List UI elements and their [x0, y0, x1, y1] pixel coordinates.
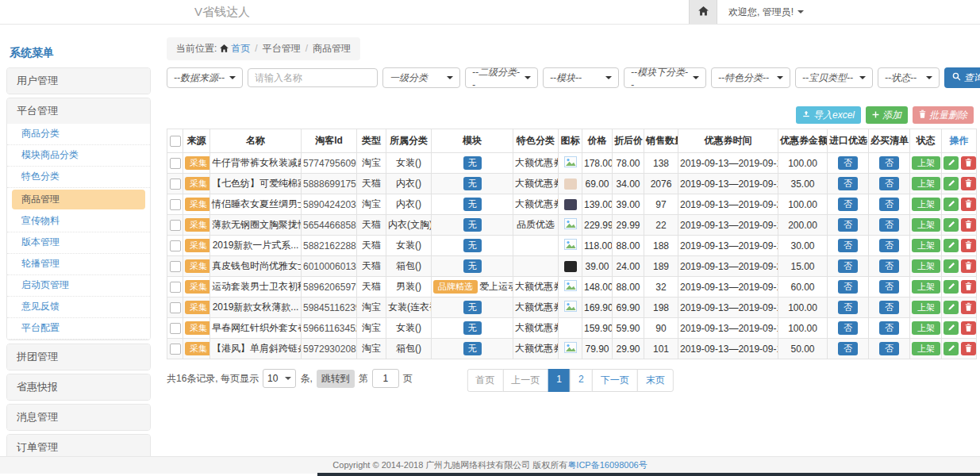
import-select-toggle[interactable]: 否 — [838, 239, 858, 252]
edit-button[interactable] — [943, 177, 959, 190]
row-checkbox[interactable] — [170, 220, 181, 231]
edit-button[interactable] — [943, 259, 959, 273]
filter-status-select[interactable]: --状态-- — [878, 67, 940, 88]
pager-1[interactable]: 1 — [548, 369, 571, 392]
status-toggle[interactable]: 上架 — [912, 280, 940, 294]
row-checkbox[interactable] — [170, 344, 181, 355]
per-page-select[interactable]: 10 — [263, 369, 296, 388]
must-buy-toggle[interactable]: 否 — [879, 198, 899, 211]
status-toggle[interactable]: 上架 — [912, 156, 940, 170]
import-select-toggle[interactable]: 否 — [838, 177, 858, 190]
import-excel-button[interactable]: 导入excel — [796, 106, 861, 124]
row-checkbox[interactable] — [170, 302, 181, 313]
filter-module-sub-select[interactable]: --模块下分类-- — [624, 67, 706, 88]
delete-button[interactable] — [961, 301, 976, 314]
batch-delete-button[interactable]: 批量删除 — [913, 106, 974, 124]
pager-下一页[interactable]: 下一页 — [592, 369, 638, 392]
delete-button[interactable] — [961, 280, 976, 294]
pager-首页[interactable]: 首页 — [467, 369, 503, 392]
delete-button[interactable] — [961, 259, 976, 273]
filter-level2-select[interactable]: --二级分类-- — [465, 67, 538, 88]
sidebar-item-平台配置[interactable]: 平台配置 — [7, 318, 150, 340]
delete-button[interactable] — [961, 177, 976, 190]
sidebar-item-模块商品分类[interactable]: 模块商品分类 — [7, 145, 150, 167]
row-checkbox[interactable] — [170, 261, 181, 272]
sidebar-group-拼团管理[interactable]: 拼团管理 — [7, 344, 150, 370]
edit-button[interactable] — [943, 321, 959, 335]
must-buy-toggle[interactable]: 否 — [879, 259, 899, 273]
status-toggle[interactable]: 上架 — [912, 239, 940, 252]
import-select-toggle[interactable]: 否 — [838, 280, 858, 294]
edit-button[interactable] — [943, 198, 959, 211]
import-select-toggle[interactable]: 否 — [838, 321, 858, 335]
icp-link[interactable]: 粤ICP备16098006号 — [567, 460, 647, 470]
pager-上一页[interactable]: 上一页 — [502, 369, 548, 392]
sidebar-item-版本管理[interactable]: 版本管理 — [7, 232, 150, 254]
edit-button[interactable] — [943, 301, 959, 314]
row-checkbox[interactable] — [170, 158, 181, 169]
status-toggle[interactable]: 上架 — [912, 177, 940, 190]
delete-button[interactable] — [961, 156, 976, 170]
status-toggle[interactable]: 上架 — [912, 198, 940, 211]
sidebar-item-宣传物料[interactable]: 宣传物料 — [7, 211, 150, 232]
sidebar-item-意见反馈[interactable]: 意见反馈 — [7, 297, 150, 318]
delete-button[interactable] — [961, 342, 976, 355]
import-select-toggle[interactable]: 否 — [838, 198, 858, 211]
jump-button[interactable]: 跳转到 — [317, 370, 355, 388]
breadcrumb-home-link[interactable]: 首页 — [231, 43, 250, 54]
search-button[interactable]: 查询 — [944, 67, 980, 88]
must-buy-toggle[interactable]: 否 — [879, 342, 899, 355]
user-menu[interactable]: 欢迎您, 管理员! — [728, 6, 804, 19]
import-select-toggle[interactable]: 否 — [838, 156, 858, 170]
sidebar-item-商品分类[interactable]: 商品分类 — [7, 124, 150, 145]
status-toggle[interactable]: 上架 — [912, 259, 940, 273]
import-select-toggle[interactable]: 否 — [838, 301, 858, 314]
pager-末页[interactable]: 末页 — [637, 369, 674, 392]
filter-module-select[interactable]: --模块-- — [543, 67, 619, 88]
filter-source-select[interactable]: --数据来源-- — [167, 67, 243, 88]
select-all-checkbox[interactable] — [170, 136, 181, 147]
delete-button[interactable] — [961, 198, 976, 211]
delete-button[interactable] — [961, 239, 976, 252]
filter-feature-select[interactable]: --特色分类-- — [711, 67, 790, 88]
row-checkbox[interactable] — [170, 178, 181, 190]
edit-button[interactable] — [943, 239, 959, 252]
must-buy-toggle[interactable]: 否 — [879, 239, 899, 252]
sidebar-group-用户管理[interactable]: 用户管理 — [7, 68, 150, 94]
must-buy-toggle[interactable]: 否 — [879, 218, 899, 232]
row-checkbox[interactable] — [170, 199, 181, 210]
add-button[interactable]: 添加 — [866, 106, 908, 124]
status-toggle[interactable]: 上架 — [912, 301, 940, 314]
sidebar-item-轮播管理[interactable]: 轮播管理 — [7, 254, 150, 275]
must-buy-toggle[interactable]: 否 — [879, 156, 899, 170]
row-checkbox[interactable] — [170, 323, 181, 334]
row-checkbox[interactable] — [170, 282, 181, 293]
sidebar-item-商品管理[interactable]: 商品管理 — [12, 190, 145, 209]
sidebar-item-特色分类[interactable]: 特色分类 — [7, 167, 150, 188]
must-buy-toggle[interactable]: 否 — [879, 280, 899, 294]
status-toggle[interactable]: 上架 — [912, 321, 940, 335]
sidebar-group-消息管理[interactable]: 消息管理 — [7, 405, 150, 430]
home-button[interactable] — [689, 0, 717, 24]
import-select-toggle[interactable]: 否 — [838, 259, 858, 273]
delete-button[interactable] — [961, 218, 976, 232]
must-buy-toggle[interactable]: 否 — [879, 321, 899, 335]
delete-button[interactable] — [961, 321, 976, 335]
sidebar-item-启动页管理[interactable]: 启动页管理 — [7, 275, 150, 297]
status-toggle[interactable]: 上架 — [912, 218, 940, 232]
sidebar-group-省惠快报[interactable]: 省惠快报 — [7, 374, 150, 400]
filter-item-type-select[interactable]: --宝贝类型-- — [795, 67, 873, 88]
must-buy-toggle[interactable]: 否 — [879, 177, 899, 190]
sidebar-group-平台管理[interactable]: 平台管理 — [7, 98, 150, 124]
pager-2[interactable]: 2 — [570, 369, 593, 392]
edit-button[interactable] — [943, 342, 959, 355]
sidebar-group-订单管理[interactable]: 订单管理 — [7, 435, 150, 456]
name-search-input[interactable] — [248, 68, 378, 87]
edit-button[interactable] — [943, 280, 959, 294]
filter-level1-select[interactable]: 一级分类 — [382, 67, 460, 88]
import-select-toggle[interactable]: 否 — [838, 218, 858, 232]
import-select-toggle[interactable]: 否 — [838, 342, 858, 355]
page-number-input[interactable] — [372, 369, 399, 388]
status-toggle[interactable]: 上架 — [912, 342, 940, 355]
row-checkbox[interactable] — [170, 240, 181, 251]
